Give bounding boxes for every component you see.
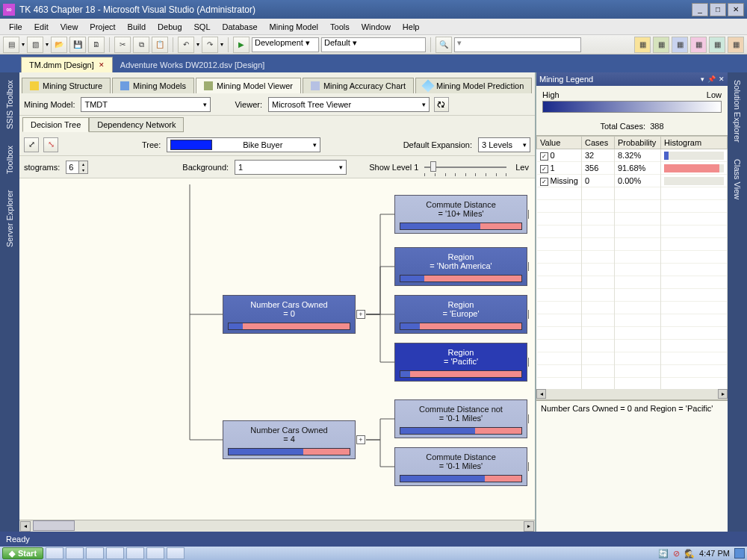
system-tray[interactable]: 🔄 ⊘ 🕵 4:47 PM <box>658 548 745 559</box>
close-button[interactable]: ✕ <box>728 3 744 16</box>
menu-tools[interactable]: Tools <box>324 21 356 33</box>
solution-platform-select[interactable]: Default ▾ <box>321 37 426 52</box>
designer-tab-mining-model-viewer[interactable]: Mining Model Viewer <box>196 78 301 93</box>
legend-row[interactable]: ✓135691.68% <box>537 162 728 175</box>
zoom-to-fit-button[interactable]: ⤡ <box>43 137 58 152</box>
start-button[interactable]: ▶ <box>233 37 249 53</box>
restore-button[interactable]: □ <box>710 3 726 16</box>
add-item-button[interactable]: ▧ <box>27 37 43 53</box>
document-tab[interactable]: Adventure Works DW2012.dsv [Design] <box>113 57 273 72</box>
designer-tab-mining-structure[interactable]: Mining Structure <box>22 78 111 93</box>
checkbox-icon[interactable]: ✓ <box>540 178 548 186</box>
sidetab-server-explorer[interactable]: Server Explorer <box>4 187 16 250</box>
tool-b-button[interactable]: ▦ <box>653 37 669 53</box>
legend-row[interactable]: ✓0328.32% <box>537 149 728 162</box>
tree-select[interactable]: Bike Buyer <box>167 137 320 152</box>
designer-tab-mining-accuracy-chart[interactable]: Mining Accuracy Chart <box>303 78 414 93</box>
tool-e-button[interactable]: ▦ <box>709 37 725 53</box>
save-button[interactable]: 💾 <box>69 37 86 53</box>
menu-project[interactable]: Project <box>84 21 121 33</box>
mining-model-select[interactable]: TMDT <box>81 97 211 112</box>
solution-config-select[interactable]: Development ▾ <box>252 37 319 52</box>
menu-edit[interactable]: Edit <box>28 21 55 33</box>
tree-canvas[interactable]: Number Cars Owned= 0+Number Cars Owned= … <box>19 178 535 532</box>
find-combo[interactable]: ▾ <box>454 37 581 52</box>
tree-node[interactable]: Region= 'North America'+ <box>394 247 527 286</box>
subtab-decision-tree[interactable]: Decision Tree <box>22 117 89 132</box>
expand-icon[interactable]: + <box>528 414 529 423</box>
legend-col-value[interactable]: Value <box>537 137 582 149</box>
taskbar-item[interactable] <box>66 547 84 559</box>
legend-hscrollbar[interactable]: ◂▸ <box>536 389 728 399</box>
menu-sql[interactable]: SQL <box>188 21 217 33</box>
expand-icon[interactable]: + <box>528 262 529 271</box>
reload-viewer-button[interactable]: 🗘 <box>434 97 449 112</box>
menu-view[interactable]: View <box>55 21 84 33</box>
tree-node[interactable]: Commute Distance not= '0-1 Miles'+ <box>394 399 527 438</box>
tree-node[interactable]: Number Cars Owned= 4+ <box>223 420 356 459</box>
taskbar-item[interactable] <box>126 547 144 559</box>
legend-col-histogram[interactable]: Histogram <box>661 137 728 149</box>
subtab-dependency-network[interactable]: Dependency Network <box>89 117 184 132</box>
background-select[interactable]: 1 <box>235 160 347 175</box>
taskbar-item[interactable] <box>106 547 124 559</box>
sidetab-class-view[interactable]: Class View <box>731 156 743 202</box>
legend-col-cases[interactable]: Cases <box>582 137 615 149</box>
close-tab-icon[interactable]: ✕ <box>99 61 105 69</box>
tree-node[interactable]: Commute Distance= '0-1 Miles'+ <box>394 447 527 486</box>
default-expansion-select[interactable]: 3 Levels <box>478 137 530 152</box>
tray-icon[interactable]: 🕵 <box>684 549 695 559</box>
taskbar-item[interactable] <box>86 547 104 559</box>
tree-node[interactable]: Commute Distance= '10+ Miles'+ <box>394 195 527 234</box>
expand-icon[interactable]: + <box>528 358 529 367</box>
menu-mining-model[interactable]: Mining Model <box>264 21 324 33</box>
document-tab-active[interactable]: TM.dmm [Design] ✕ <box>21 57 113 72</box>
sidetab-ssis-toolbox[interactable]: SSIS Toolbox <box>4 77 16 132</box>
undo-button[interactable]: ↶ <box>178 37 194 53</box>
tray-icon[interactable]: 🔄 <box>658 549 669 559</box>
histograms-spinner[interactable]: 6▴▾ <box>66 161 88 174</box>
zoom-fit-button[interactable]: ⤢ <box>24 137 39 152</box>
menu-window[interactable]: Window <box>356 21 397 33</box>
expand-icon[interactable]: + <box>356 435 365 444</box>
save-all-button[interactable]: 🗎 <box>88 37 105 53</box>
tree-node[interactable]: Region= 'Europe'+ <box>394 295 527 334</box>
tool-d-button[interactable]: ▦ <box>690 37 707 53</box>
menu-build[interactable]: Build <box>122 21 152 33</box>
expand-icon[interactable]: + <box>528 310 529 319</box>
find-button[interactable]: 🔍 <box>436 37 452 53</box>
open-button[interactable]: 📂 <box>51 37 67 53</box>
sidetab-solution-explorer[interactable]: Solution Explorer <box>731 77 743 146</box>
paste-button[interactable]: 📋 <box>152 37 168 53</box>
mining-legend-header[interactable]: Mining Legend ▾📌✕ <box>536 72 728 86</box>
tree-node[interactable]: Region= 'Pacific'+ <box>394 343 527 382</box>
tray-icon[interactable]: ⊘ <box>673 549 680 559</box>
checkbox-icon[interactable]: ✓ <box>540 152 548 161</box>
pin-icon[interactable]: 📌 <box>707 75 716 83</box>
expand-icon[interactable]: + <box>528 462 529 471</box>
minimize-button[interactable]: _ <box>692 3 708 16</box>
legend-col-probability[interactable]: Probability <box>615 137 661 149</box>
show-desktop-button[interactable] <box>734 548 745 559</box>
viewer-select[interactable]: Microsoft Tree Viewer <box>268 97 430 112</box>
canvas-hscrollbar[interactable]: ◂▸ <box>19 520 535 532</box>
designer-tab-mining-models[interactable]: Mining Models <box>112 78 194 93</box>
sidetab-toolbox[interactable]: Toolbox <box>4 143 16 177</box>
menu-help[interactable]: Help <box>397 21 426 33</box>
redo-button[interactable]: ↷ <box>202 37 218 53</box>
cut-button[interactable]: ✂ <box>114 37 131 53</box>
show-level-slider[interactable] <box>424 161 506 173</box>
copy-button[interactable]: ⧉ <box>133 37 149 53</box>
close-pane-icon[interactable]: ✕ <box>719 75 725 83</box>
expand-icon[interactable]: + <box>356 310 365 319</box>
taskbar-item[interactable] <box>146 547 164 559</box>
tool-a-button[interactable]: ▦ <box>634 37 651 53</box>
taskbar-item[interactable] <box>46 547 63 559</box>
designer-tab-mining-model-prediction[interactable]: Mining Model Prediction <box>415 78 532 93</box>
tool-c-button[interactable]: ▦ <box>672 37 688 53</box>
tool-f-button[interactable]: ▦ <box>728 37 744 53</box>
taskbar-item[interactable] <box>167 547 185 559</box>
start-button[interactable]: ◆ Start <box>2 547 43 559</box>
menu-database[interactable]: Database <box>217 21 264 33</box>
expand-icon[interactable]: + <box>528 210 529 219</box>
